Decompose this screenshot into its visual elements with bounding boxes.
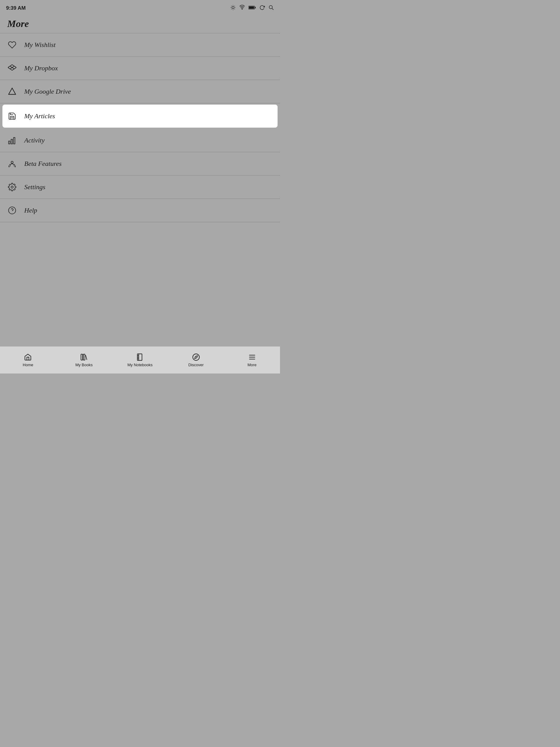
menu-list: My Wishlist My Dropbox My Google Drive xyxy=(0,33,280,222)
bottom-nav: Home My Books My Notebooks xyxy=(0,346,280,374)
svg-rect-11 xyxy=(249,6,254,9)
settings-icon xyxy=(7,182,17,192)
notebooks-icon xyxy=(136,353,144,361)
svg-point-19 xyxy=(11,186,14,188)
activity-label: Activity xyxy=(24,136,45,144)
dropbox-label: My Dropbox xyxy=(24,64,58,72)
svg-line-8 xyxy=(235,6,235,6)
dropbox-icon xyxy=(7,63,17,73)
discover-nav-label: Discover xyxy=(188,363,204,367)
menu-item-beta[interactable]: Beta Features xyxy=(0,152,280,176)
svg-point-0 xyxy=(232,6,234,9)
svg-rect-15 xyxy=(8,141,10,144)
books-icon xyxy=(80,353,88,361)
my-notebooks-nav-label: My Notebooks xyxy=(127,363,153,367)
svg-line-14 xyxy=(272,8,274,10)
status-time: 9:39 AM xyxy=(6,5,26,11)
nav-item-more[interactable]: More xyxy=(224,351,280,369)
home-nav-label: Home xyxy=(23,363,33,367)
more-nav-label: More xyxy=(247,363,257,367)
menu-item-settings[interactable]: Settings xyxy=(0,176,280,199)
status-icons xyxy=(230,5,274,11)
nav-item-home[interactable]: Home xyxy=(0,351,56,369)
brightness-icon xyxy=(230,5,236,11)
heart-icon xyxy=(7,40,17,50)
svg-point-9 xyxy=(242,8,242,9)
battery-icon xyxy=(248,5,256,11)
my-books-nav-label: My Books xyxy=(76,363,93,367)
nav-item-my-books[interactable]: My Books xyxy=(56,351,112,369)
menu-item-google-drive[interactable]: My Google Drive xyxy=(0,80,280,103)
svg-point-29 xyxy=(193,354,199,360)
menu-item-help[interactable]: Help xyxy=(0,199,280,222)
more-nav-icon xyxy=(248,353,256,361)
svg-line-3 xyxy=(231,6,232,6)
svg-point-13 xyxy=(269,5,272,9)
articles-label: My Articles xyxy=(24,112,55,120)
search-icon[interactable] xyxy=(268,5,274,11)
svg-rect-12 xyxy=(255,7,256,8)
home-icon xyxy=(24,353,32,361)
activity-icon xyxy=(7,135,17,145)
google-drive-icon xyxy=(7,87,17,96)
svg-line-4 xyxy=(235,9,235,9)
svg-rect-17 xyxy=(14,138,15,144)
menu-item-wishlist[interactable]: My Wishlist xyxy=(0,33,280,57)
help-label: Help xyxy=(24,206,37,214)
svg-point-18 xyxy=(11,161,14,163)
google-drive-label: My Google Drive xyxy=(24,87,71,96)
svg-point-20 xyxy=(8,207,16,214)
menu-item-activity[interactable]: Activity xyxy=(0,129,280,152)
svg-line-7 xyxy=(231,9,232,9)
refresh-icon xyxy=(259,5,265,11)
menu-item-articles[interactable]: My Articles xyxy=(2,105,277,128)
wifi-icon xyxy=(239,5,245,11)
svg-rect-23 xyxy=(83,354,85,360)
svg-rect-22 xyxy=(81,354,82,360)
status-bar: 9:39 AM xyxy=(0,0,280,15)
wishlist-label: My Wishlist xyxy=(24,41,55,49)
nav-item-discover[interactable]: Discover xyxy=(168,351,224,369)
menu-item-dropbox[interactable]: My Dropbox xyxy=(0,57,280,80)
help-icon xyxy=(7,206,17,215)
svg-rect-16 xyxy=(11,139,13,144)
page-title-area: More xyxy=(0,15,280,33)
settings-label: Settings xyxy=(24,183,46,191)
nav-item-my-notebooks[interactable]: My Notebooks xyxy=(112,351,168,369)
articles-icon xyxy=(7,111,17,121)
page-title: More xyxy=(7,18,273,29)
svg-marker-30 xyxy=(194,356,197,358)
discover-icon xyxy=(192,353,200,361)
beta-icon xyxy=(7,159,17,169)
beta-label: Beta Features xyxy=(24,160,61,168)
